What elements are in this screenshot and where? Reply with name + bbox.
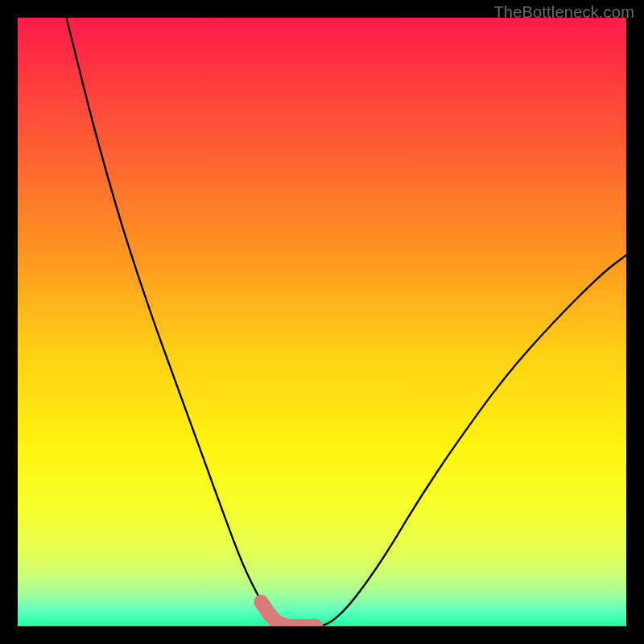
app-frame: TheBottleneck.com	[0, 0, 644, 644]
watermark-text: TheBottleneck.com	[493, 3, 634, 22]
plot-area	[18, 18, 626, 626]
curve-line	[66, 18, 626, 626]
bottleneck-curve	[18, 18, 626, 626]
curve-highlight	[261, 602, 316, 626]
